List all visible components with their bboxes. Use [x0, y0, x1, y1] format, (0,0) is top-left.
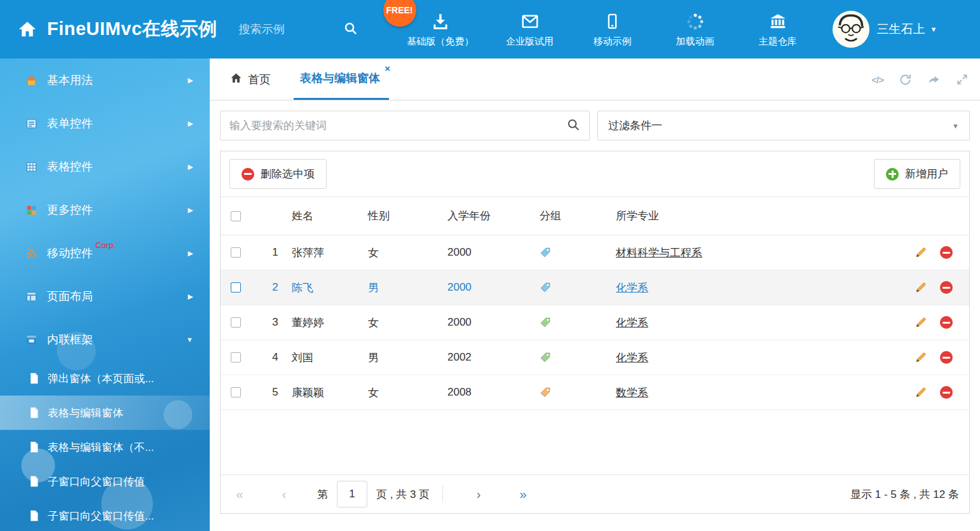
delete-icon[interactable] [940, 316, 953, 329]
select-all-checkbox[interactable] [231, 211, 241, 221]
next-page-button[interactable]: › [470, 487, 487, 502]
column-header-name[interactable]: 姓名 [292, 209, 368, 223]
form-icon [24, 118, 38, 130]
user-menu[interactable]: 三生石上 ▼ [833, 11, 937, 48]
sidebar-item-form-controls[interactable]: 表单控件 ▶ [0, 102, 210, 145]
file-icon [29, 441, 39, 453]
record-summary: 显示 1 - 5 条 , 共 12 条 [850, 487, 959, 502]
sidebar-item-inline-frame[interactable]: 内联框架 ▼ [0, 318, 210, 361]
row-checkbox[interactable] [231, 247, 241, 258]
frame-icon [24, 334, 38, 346]
add-user-button[interactable]: 新增用户 [874, 159, 960, 189]
expand-icon[interactable] [956, 73, 969, 86]
cell-gender: 男 [368, 280, 447, 295]
refresh-icon[interactable] [899, 73, 912, 86]
cell-year: 2000 [447, 246, 540, 259]
delete-icon[interactable] [940, 246, 953, 259]
sidebar-item-basic-usage[interactable]: 基本用法 ▶ [0, 59, 210, 102]
sidebar-subitem-grid-edit-window[interactable]: 表格与编辑窗体 [0, 396, 210, 430]
page-number-input[interactable] [337, 481, 367, 507]
file-icon [29, 510, 39, 521]
delete-selected-button[interactable]: 删除选中项 [229, 159, 327, 189]
chevron-down-icon: ▼ [930, 25, 937, 33]
delete-icon[interactable] [940, 386, 953, 399]
pagination-bar: « ‹ 第 页 , 共 3 页 › » 显示 1 - 5 条 , 共 12 条 [221, 474, 969, 513]
chevron-right-icon: ▶ [188, 120, 193, 128]
major-link[interactable]: 数学系 [616, 387, 648, 399]
file-icon [29, 476, 39, 487]
filter-dropdown[interactable]: 过滤条件一 ▼ [597, 111, 970, 141]
sidebar-subitem-popup-window[interactable]: 弹出窗体（本页面或... [0, 361, 210, 396]
sidebar-subitem-grid-edit-window-2[interactable]: 表格与编辑窗体（不... [0, 430, 210, 464]
close-icon[interactable]: × [385, 63, 390, 74]
home-icon [230, 72, 242, 87]
row-checkbox[interactable] [231, 317, 241, 328]
envelope-icon [521, 11, 540, 32]
edit-icon[interactable] [915, 386, 927, 399]
tag-icon [540, 387, 616, 398]
edit-icon[interactable] [915, 281, 927, 294]
row-checkbox[interactable] [231, 352, 241, 362]
tab-label: 表格与编辑窗体 [300, 71, 380, 86]
column-header-gender[interactable]: 性别 [368, 209, 447, 223]
prev-page-button[interactable]: ‹ [275, 487, 293, 502]
search-icon[interactable] [343, 21, 358, 38]
major-link[interactable]: 化学系 [616, 317, 648, 329]
pager-divider [442, 486, 443, 502]
nav-item-mobile-demo[interactable]: 移动示例 [586, 11, 639, 48]
table-row: 2 陈飞 男 2000 化学系 [221, 270, 969, 305]
code-icon[interactable]: </> [871, 74, 883, 85]
column-header-group[interactable]: 分组 [540, 209, 616, 223]
sidebar-subitem-child-to-parent-2[interactable]: 子窗口向父窗口传值... [0, 499, 210, 531]
edit-icon[interactable] [915, 246, 927, 259]
sidebar: 基本用法 ▶ 表单控件 ▶ 表格控件 ▶ 更多控件 ▶ 移动控件 Corp. ▶ [0, 59, 210, 531]
sidebar-item-grid-controls[interactable]: 表格控件 ▶ [0, 145, 210, 188]
corp-badge: Corp. [95, 240, 116, 250]
edit-icon[interactable] [915, 351, 927, 364]
header-search-input[interactable] [239, 23, 334, 36]
tab-home[interactable]: 首页 [221, 59, 280, 100]
delete-selected-label: 删除选中项 [261, 167, 315, 181]
search-icon[interactable] [566, 118, 580, 134]
sidebar-item-label: 基本用法 [47, 72, 93, 88]
major-link[interactable]: 化学系 [616, 352, 648, 364]
home-logo-icon[interactable] [18, 20, 37, 39]
file-icon [29, 373, 39, 384]
major-link[interactable]: 化学系 [616, 282, 648, 294]
app-header: FineUIMvc在线示例 FREE! 基础版（免费） 企业版试用 移动示例 [0, 0, 980, 59]
row-index: 4 [259, 351, 292, 364]
sidebar-subitem-child-to-parent[interactable]: 子窗口向父窗口传值 [0, 464, 210, 499]
tag-icon [540, 352, 616, 363]
delete-icon[interactable] [940, 281, 953, 294]
row-checkbox[interactable] [231, 282, 241, 293]
table-row: 3 董婷婷 女 2000 化学系 [221, 305, 969, 340]
sidebar-item-mobile-controls[interactable]: 移动控件 Corp. ▶ [0, 231, 210, 275]
tab-grid-edit-window[interactable]: 表格与编辑窗体 × [294, 59, 389, 100]
last-page-button[interactable]: » [514, 487, 532, 502]
cell-name: 刘国 [292, 350, 368, 365]
cell-gender: 女 [368, 245, 447, 260]
row-checkbox[interactable] [231, 387, 241, 397]
app-title: FineUIMvc在线示例 [47, 17, 217, 42]
sidebar-item-more-controls[interactable]: 更多控件 ▶ [0, 188, 210, 231]
major-link[interactable]: 材料科学与工程系 [616, 247, 702, 259]
delete-icon[interactable] [940, 351, 953, 364]
nav-item-basic-free[interactable]: FREE! 基础版（免费） [407, 11, 474, 48]
share-icon[interactable] [927, 73, 941, 86]
sidebar-item-label: 更多控件 [47, 202, 93, 217]
nav-item-enterprise-trial[interactable]: 企业版试用 [503, 11, 557, 48]
user-name: 三生石上 [877, 21, 925, 38]
free-badge: FREE! [383, 0, 416, 27]
nav-label: 主题仓库 [759, 36, 797, 48]
cell-name: 陈飞 [292, 280, 368, 295]
nav-item-loading-animation[interactable]: 加载动画 [669, 11, 722, 48]
column-header-major[interactable]: 所学专业 [616, 209, 893, 223]
column-header-year[interactable]: 入学年份 [447, 209, 540, 223]
nav-item-theme-repo[interactable]: 主题仓库 [751, 11, 805, 48]
cell-year: 2000 [447, 281, 540, 294]
sidebar-item-page-layout[interactable]: 页面布局 ▶ [0, 275, 210, 318]
first-page-button[interactable]: « [231, 487, 248, 502]
grid-toolbar: 删除选中项 新增用户 [221, 151, 969, 197]
keyword-search-input[interactable] [229, 120, 566, 132]
edit-icon[interactable] [915, 316, 927, 329]
